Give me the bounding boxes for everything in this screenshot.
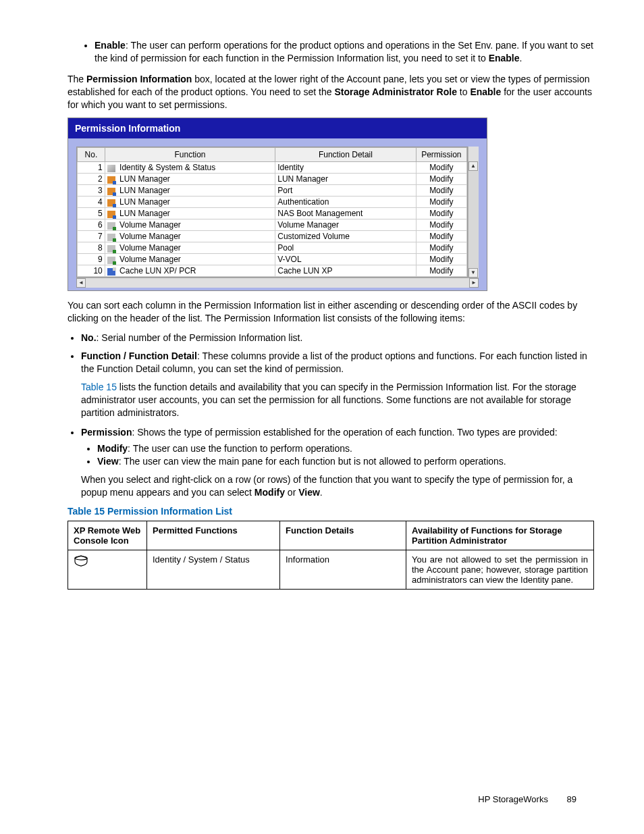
table-row[interactable]: 7 Volume ManagerCustomized VolumeModify <box>78 231 467 242</box>
permission-info-title: Permission Information <box>68 118 487 138</box>
row-no: 8 <box>78 242 105 254</box>
t15-col-availability: Availability of Functions for Storage Pa… <box>406 521 594 550</box>
perm-tail-pre: When you select and right-click on a row… <box>81 474 572 498</box>
footer-brand: HP StorageWorks <box>478 794 548 804</box>
row-function: LUN Manager <box>105 208 275 219</box>
table-row[interactable]: 10 Cache LUN XP/ PCRCache LUN XPModify <box>78 265 467 277</box>
vol-icon <box>107 222 115 230</box>
table-15-link[interactable]: Table 15 <box>81 382 117 392</box>
perm-tail-b1: Modify <box>254 487 285 498</box>
row-detail: LUN Manager <box>275 174 416 185</box>
row-no: 6 <box>78 219 105 231</box>
item-func-subtext: lists the function details and availabil… <box>81 382 576 418</box>
scroll-down-icon[interactable]: ▼ <box>468 268 478 278</box>
item-permission: Permission: Shows the type of permission… <box>81 426 594 499</box>
row-permission: Modify <box>416 242 466 254</box>
enable-label: Enable <box>95 40 126 51</box>
vol-icon <box>107 257 115 264</box>
id-icon <box>107 165 115 172</box>
col-detail[interactable]: Function Detail <box>275 148 416 162</box>
row-permission: Modify <box>416 265 466 277</box>
permission-info-paragraph: The Permission Information box, located … <box>68 73 594 111</box>
row-detail: Pool <box>275 242 416 254</box>
perm-tail-post: . <box>320 487 323 498</box>
table-row: Identity / System / Status Information Y… <box>68 550 594 590</box>
row-no: 7 <box>78 231 105 242</box>
row-no: 4 <box>78 197 105 208</box>
page-footer: HP StorageWorks 89 <box>478 794 576 804</box>
table-row[interactable]: 9 Volume ManagerV-VOLModify <box>78 254 467 265</box>
row-permission: Modify <box>416 162 466 174</box>
t15-r1-permitted: Identity / System / Status <box>147 550 280 590</box>
vertical-scrollbar[interactable]: ▲ ▼ <box>468 147 479 278</box>
item-description-list: No.: Serial number of the Permission Inf… <box>68 332 594 499</box>
item-view: View: The user can view the main pane fo… <box>97 455 594 468</box>
enable-tail: . <box>520 53 522 63</box>
row-detail: Authentication <box>275 197 416 208</box>
lun-icon <box>107 176 115 184</box>
table-row[interactable]: 6 Volume ManagerVolume ManagerModify <box>78 219 467 231</box>
t15-r1-details: Information <box>280 550 406 590</box>
perm-tail-b2: View <box>298 487 320 498</box>
row-function: Cache LUN XP/ PCR <box>105 265 275 277</box>
table-15: XP Remote Web Console Icon Permitted Fun… <box>68 521 594 590</box>
row-no: 9 <box>78 254 105 265</box>
row-detail: Port <box>275 185 416 197</box>
row-permission: Modify <box>416 208 466 219</box>
item-perm-label: Permission <box>81 427 132 438</box>
scroll-right-icon[interactable]: ► <box>469 278 479 288</box>
p1-b1: Permission Information <box>86 74 192 84</box>
horizontal-scrollbar[interactable]: ◄ ► <box>76 278 479 288</box>
t15-col-permitted: Permitted Functions <box>147 521 280 550</box>
col-function[interactable]: Function <box>105 148 275 162</box>
row-function: Volume Manager <box>105 254 275 265</box>
row-detail: Identity <box>275 162 416 174</box>
enable-label-2: Enable <box>489 53 520 63</box>
table-row[interactable]: 3 LUN ManagerPortModify <box>78 185 467 197</box>
row-detail: Volume Manager <box>275 219 416 231</box>
row-detail: Customized Volume <box>275 231 416 242</box>
row-function: LUN Manager <box>105 174 275 185</box>
table-row[interactable]: 2 LUN ManagerLUN ManagerModify <box>78 174 467 185</box>
t15-col-details: Function Details <box>280 521 406 550</box>
table-row[interactable]: 5 LUN ManagerNAS Boot ManagementModify <box>78 208 467 219</box>
table-row[interactable]: 1 Identity & System & StatusIdentityModi… <box>78 162 467 174</box>
row-permission: Modify <box>416 219 466 231</box>
table-row[interactable]: 8 Volume ManagerPoolModify <box>78 242 467 254</box>
row-function: LUN Manager <box>105 197 275 208</box>
row-detail: NAS Boot Management <box>275 208 416 219</box>
lun-icon <box>107 199 115 207</box>
lun-icon <box>107 211 115 218</box>
view-label: View <box>97 456 119 467</box>
cache-icon <box>107 268 115 276</box>
row-permission: Modify <box>416 174 466 185</box>
row-no: 3 <box>78 185 105 197</box>
item-function: Function / Function Detail: These column… <box>81 350 594 419</box>
vol-icon <box>107 234 115 241</box>
item-perm-text: : Shows the type of permission establish… <box>132 427 557 438</box>
identity-icon <box>74 554 88 567</box>
p1-b3: Enable <box>470 86 501 97</box>
row-no: 2 <box>78 174 105 185</box>
enable-bullet-list: Enable: The user can perform operations … <box>68 39 594 65</box>
row-permission: Modify <box>416 231 466 242</box>
row-function: LUN Manager <box>105 185 275 197</box>
row-function: Volume Manager <box>105 219 275 231</box>
item-func-label: Function / Function Detail <box>81 350 197 361</box>
item-modify: Modify: The user can use the function to… <box>97 442 594 455</box>
row-permission: Modify <box>416 254 466 265</box>
permission-info-table[interactable]: No. Function Function Detail Permission … <box>77 147 467 277</box>
row-function: Volume Manager <box>105 242 275 254</box>
item-no-label: No. <box>81 332 97 343</box>
scroll-left-icon[interactable]: ◄ <box>76 278 86 288</box>
row-no: 1 <box>78 162 105 174</box>
scroll-up-icon[interactable]: ▲ <box>468 161 478 171</box>
modify-text: : The user can use the function to perfo… <box>128 443 352 454</box>
col-permission[interactable]: Permission <box>416 148 466 162</box>
table-row[interactable]: 4 LUN ManagerAuthenticationModify <box>78 197 467 208</box>
p1-b2: Storage Administrator Role <box>334 86 457 97</box>
row-no: 10 <box>78 265 105 277</box>
row-detail: Cache LUN XP <box>275 265 416 277</box>
t15-r1-availability: You are not allowed to set the permissio… <box>406 550 594 590</box>
col-no[interactable]: No. <box>78 148 105 162</box>
